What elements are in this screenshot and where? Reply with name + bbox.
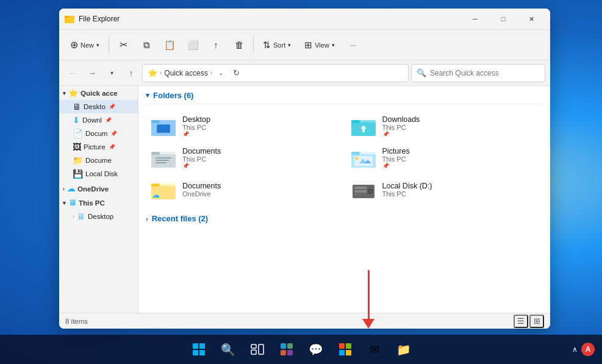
delete-button[interactable]: 🗑 (228, 32, 250, 58)
sort-chevron: ▾ (288, 42, 291, 48)
svg-rect-18 (151, 152, 160, 155)
toolbar-separator-2 (253, 36, 254, 54)
paste-button[interactable]: 📋 (159, 32, 181, 58)
view-button[interactable]: ⊞ View ▾ (298, 32, 341, 58)
arrow-head (362, 319, 374, 329)
new-icon: ⊕ (70, 39, 78, 51)
teams-button[interactable]: 💬 (303, 336, 329, 363)
taskbar-chevron-icon[interactable]: ∧ (572, 345, 578, 354)
maximize-button[interactable]: □ (489, 9, 517, 30)
folder-onedrive-docs[interactable]: ☁ Documents OneDrive (146, 175, 343, 204)
taskbar: 🔍 💬 ✉ 📁 ∧ A (0, 335, 602, 364)
thispc-desktop-icon: 🖥 (77, 212, 85, 221)
onedrive-chevron: › (63, 186, 65, 192)
cut-icon: ✂ (120, 39, 127, 51)
task-view-button[interactable] (244, 336, 271, 363)
title-bar-controls: ─ □ ✕ (461, 9, 545, 30)
search-taskbar-button[interactable]: 🔍 (215, 336, 242, 363)
folder-pictures[interactable]: Pictures This PC 📌 (346, 143, 543, 173)
sidebar-item-docsfolder[interactable]: 📁 Docume (59, 154, 138, 167)
cut-button[interactable]: ✂ (112, 32, 134, 58)
folder-localdisk-sub: This PC (382, 190, 432, 198)
sidebar-item-desktop[interactable]: 🖥 Deskto 📌 (59, 100, 138, 113)
recent-chevron-icon: › (146, 215, 148, 223)
address-dropdown-button[interactable]: ⌄ (215, 67, 227, 79)
folder-documents-pin: 📌 (182, 163, 221, 169)
sort-icon: ⇅ (263, 40, 271, 51)
up-button[interactable]: ↑ (123, 65, 140, 82)
svg-rect-34 (354, 187, 367, 189)
recent-locations-button[interactable]: ▾ (103, 65, 120, 82)
svg-rect-45 (259, 344, 263, 354)
start-button[interactable] (185, 336, 212, 363)
thispc-chevron: ▾ (63, 200, 66, 206)
svg-point-28 (356, 157, 358, 160)
quick-access-star-icon: ⭐ (68, 88, 78, 98)
more-button[interactable]: ··· (342, 32, 364, 58)
svg-rect-46 (281, 343, 286, 349)
folder-downloads-sub: This PC (382, 124, 420, 131)
search-bar[interactable]: 🔍 (411, 64, 545, 82)
new-button[interactable]: ⊕ New ▾ (64, 32, 106, 58)
recent-section-header[interactable]: › Recent files (2) (146, 214, 543, 223)
folder-localdisk[interactable]: Local Disk (D:) This PC (346, 175, 543, 204)
red-arrow (362, 270, 374, 329)
thispc-chevron-2: › (73, 213, 74, 219)
svg-rect-38 (354, 194, 360, 195)
file-explorer-window: File Explorer ─ □ ✕ ⊕ New ▾ ✂ ⧉ 📋 ⬜ ↑ (59, 9, 550, 329)
recent-header-label: Recent files (2) (152, 214, 208, 223)
address-breadcrumb: Quick access (164, 69, 207, 77)
folder-desktop[interactable]: Desktop This PC 📌 (146, 112, 343, 141)
tile-view-button[interactable]: ⊞ (529, 315, 544, 328)
thispc-header[interactable]: ▾ 🖥 This PC (59, 196, 138, 210)
back-button[interactable]: ← (64, 65, 81, 82)
refresh-button[interactable]: ↻ (229, 66, 243, 80)
sidebar-item-localdisk[interactable]: 💾 Local Disk (59, 167, 138, 180)
sidebar-item-downloads[interactable]: ⬇ Downl 📌 (59, 113, 138, 127)
svg-rect-49 (287, 350, 293, 355)
svg-rect-50 (339, 343, 345, 349)
folder-desktop-name: Desktop (182, 115, 210, 124)
folder-downloads[interactable]: Downloads This PC 📌 (346, 112, 543, 141)
sidebar-item-thispc-desktop[interactable]: › 🖥 Desktop (59, 210, 138, 223)
documents-icon: 📄 (73, 129, 83, 138)
store-button[interactable] (332, 336, 359, 363)
address-path[interactable]: ⭐ › Quick access › ⌄ ↻ (142, 64, 409, 82)
folder-onedrive-docs-info: Documents OneDrive (182, 182, 221, 198)
folders-chevron-icon: ▾ (146, 91, 149, 99)
share-button[interactable]: ↑ (205, 32, 227, 58)
view-chevron: ▾ (332, 42, 335, 48)
sidebar-item-documents[interactable]: 📄 Docum 📌 (59, 127, 138, 140)
list-view-button[interactable]: ☰ (514, 315, 528, 328)
window-title: File Explorer (79, 15, 461, 23)
mail-button[interactable]: ✉ (361, 336, 388, 363)
address-chevron-2: › (210, 70, 212, 76)
folders-grid: Desktop This PC 📌 (146, 112, 543, 204)
svg-rect-53 (346, 350, 351, 355)
folder-documents[interactable]: Documents This PC 📌 (146, 143, 343, 173)
sidebar-item-pictures[interactable]: 🖼 Picture 📌 (59, 140, 138, 154)
onedrive-header[interactable]: › ☁ OneDrive (59, 182, 138, 196)
rename-button[interactable]: ⬜ (182, 32, 204, 58)
quick-access-header[interactable]: ▾ ⭐ Quick acce (59, 86, 138, 100)
svg-rect-42 (199, 350, 205, 355)
downloads-icon: ⬇ (73, 115, 80, 125)
copy-button[interactable]: ⧉ (135, 32, 157, 58)
widgets-button[interactable] (273, 336, 300, 363)
forward-button[interactable]: → (84, 65, 101, 82)
sort-button[interactable]: ⇅ Sort ▾ (257, 32, 297, 58)
folder-documents-sub: This PC (182, 155, 221, 163)
file-explorer-taskbar-button[interactable]: 📁 (390, 336, 417, 363)
pictures-icon: 🖼 (73, 142, 81, 152)
folder-pictures-name: Pictures (382, 147, 410, 155)
more-icon: ··· (350, 41, 356, 49)
search-input[interactable] (430, 69, 540, 77)
folder-pictures-icon (351, 147, 376, 169)
close-button[interactable]: ✕ (517, 9, 545, 30)
localdisk-icon: 💾 (73, 169, 83, 179)
folders-section-header[interactable]: ▾ Folders (6) (146, 91, 543, 104)
svg-rect-20 (156, 160, 169, 161)
svg-rect-3 (65, 16, 69, 18)
folder-onedrive-docs-name: Documents (182, 182, 221, 190)
minimize-button[interactable]: ─ (461, 9, 489, 30)
